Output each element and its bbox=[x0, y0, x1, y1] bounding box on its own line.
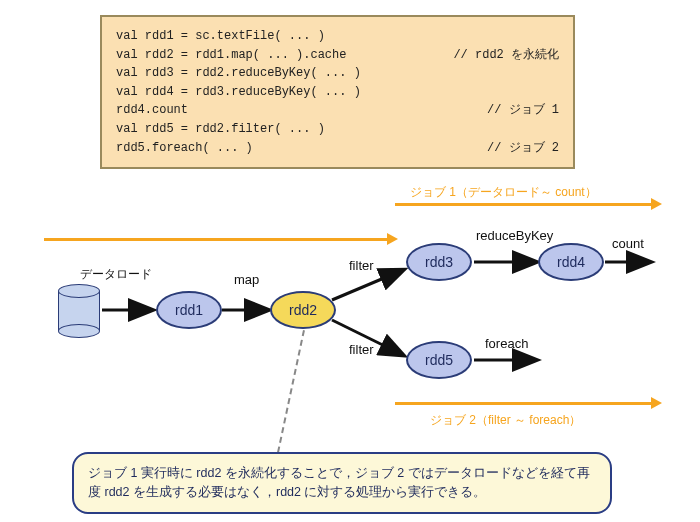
label-foreach: foreach bbox=[485, 336, 528, 351]
node-rdd3: rdd3 bbox=[406, 243, 472, 281]
job2-arrow bbox=[395, 402, 653, 405]
job2-label: ジョブ 2（filter ～ foreach） bbox=[430, 412, 581, 429]
label-map: map bbox=[234, 272, 259, 287]
arrows bbox=[0, 180, 700, 460]
node-rdd4: rdd4 bbox=[538, 243, 604, 281]
node-rdd2: rdd2 bbox=[270, 291, 336, 329]
label-filter-top: filter bbox=[349, 258, 374, 273]
label-filter-bot: filter bbox=[349, 342, 374, 357]
code-block: val rdd1 = sc.textFile( ... )val rdd2 = … bbox=[100, 15, 575, 169]
dag-diagram: ジョブ 1（データロード～ count） データロード map filter f… bbox=[0, 180, 700, 460]
label-data-load: データロード bbox=[80, 266, 152, 283]
label-reducebykey: reduceByKey bbox=[476, 228, 553, 243]
node-rdd5: rdd5 bbox=[406, 341, 472, 379]
node-rdd1: rdd1 bbox=[156, 291, 222, 329]
label-count: count bbox=[612, 236, 644, 251]
data-source-cylinder bbox=[58, 284, 100, 332]
svg-line-2 bbox=[332, 270, 403, 300]
explanation-box: ジョブ 1 実行時に rdd2 を永続化することで，ジョブ 2 ではデータロード… bbox=[72, 452, 612, 514]
